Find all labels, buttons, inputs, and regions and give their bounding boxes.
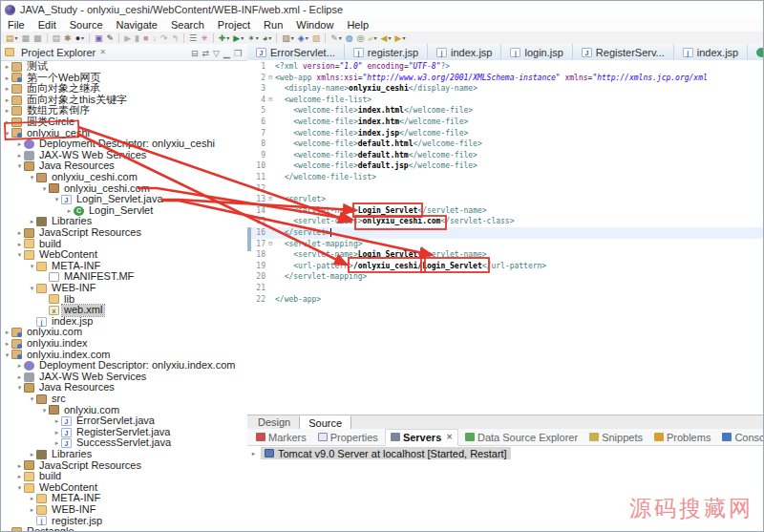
code-line-19[interactable]: 19 <url-pattern>/onlyxiu_ceshi/Login_Ser… xyxy=(247,261,763,272)
menu-edit[interactable]: Edit xyxy=(32,18,63,32)
expand-arrow-icon[interactable]: ▸ xyxy=(15,471,24,482)
tree-item-login-servlet[interactable]: ▸CLogin_Servlet xyxy=(1,205,247,217)
collapse-arrow-icon[interactable]: ▾ xyxy=(15,160,24,172)
tree-item-jax-ws-web-services[interactable]: ▸JAX-WS Web Services xyxy=(1,372,247,383)
open-resource-button[interactable]: ▧ xyxy=(311,32,322,44)
expand-arrow-icon[interactable]: ▸ xyxy=(53,427,61,438)
step-return-button[interactable]: ↰ xyxy=(171,32,180,44)
save-all-button[interactable]: ▩ xyxy=(32,32,43,44)
code-line-6[interactable]: 6 <welcome-file>index.htm</welcome-file> xyxy=(247,117,763,128)
tree-item-manifest-mf[interactable]: MANIFEST.MF xyxy=(1,271,247,283)
run-button[interactable]: ▶▾ xyxy=(232,32,244,44)
collapse-arrow-icon[interactable]: ▾ xyxy=(3,128,11,139)
code-line-18[interactable]: 18 <servlet-name>Login_Servlet</servlet-… xyxy=(247,249,763,261)
fold-collapse-icon[interactable]: ⊟ xyxy=(265,239,275,250)
panel-tab-snippets[interactable]: Snippets xyxy=(584,430,647,445)
open-type-button[interactable]: ◈▾ xyxy=(297,32,309,44)
panel-tab-console[interactable]: Console xyxy=(717,430,764,445)
tree-item-web-inf[interactable]: ▸WEB-INF xyxy=(1,504,247,516)
server-selection[interactable]: Tomcat v9.0 Server at localhost [Started… xyxy=(261,447,511,459)
expand-arrow-icon[interactable]: ▸ xyxy=(28,449,36,460)
editor-tab-insert-title[interactable]: Insert title... xyxy=(748,44,763,60)
collapse-arrow-icon[interactable]: ▾ xyxy=(3,350,11,361)
panel-tab-markers[interactable]: Markers xyxy=(251,430,311,445)
code-line-14[interactable]: 14 <servlet-name>Login_Servlet</servlet-… xyxy=(247,205,763,217)
tree-item-webcontent[interactable]: ▾WebContent xyxy=(1,482,247,494)
code-line-16[interactable]: 16 </servlet> xyxy=(247,227,763,239)
code-line-13[interactable]: 13⊟ <servlet> xyxy=(247,194,763,205)
user-profile-button[interactable]: ●▾ xyxy=(74,32,85,44)
open-console-button[interactable]: ▣ xyxy=(94,32,104,44)
annotate-button[interactable]: ✎▾ xyxy=(329,32,343,44)
menu-navigate[interactable]: Navigate xyxy=(110,18,164,32)
fold-collapse-icon[interactable]: ⊟ xyxy=(265,73,275,84)
editor-tab-index-jsp[interactable]: jindex.jsp xyxy=(674,44,748,60)
code-line-10[interactable]: 10 <welcome-file>default.jsp</welcome-fi… xyxy=(247,160,763,172)
maximize-icon[interactable]: ❒ xyxy=(232,49,244,58)
expand-arrow-icon[interactable]: ▸ xyxy=(15,372,24,383)
view-menu-icon[interactable]: ▽ xyxy=(211,49,222,58)
code-line-21[interactable]: 21 xyxy=(247,283,763,294)
collapse-arrow-icon[interactable]: ▾ xyxy=(15,482,24,494)
tree-item-build[interactable]: ▸build xyxy=(1,471,247,482)
menu-source[interactable]: Source xyxy=(63,18,110,32)
expand-arrow-icon[interactable]: ▸ xyxy=(3,73,11,84)
tree-item-successservlet-java[interactable]: ▸JSuccessServlet.java xyxy=(1,437,247,449)
tree-item-src[interactable]: ▾src xyxy=(1,394,247,405)
expand-arrow-icon[interactable]: ▸ xyxy=(3,338,11,350)
code-line-7[interactable]: 7 <welcome-file>index.jsp</welcome-file> xyxy=(247,128,763,139)
server-row[interactable]: ▸ Tomcat v9.0 Server at localhost [Start… xyxy=(249,447,511,459)
fold-collapse-icon[interactable]: ⊟ xyxy=(265,95,275,106)
collapse-arrow-icon[interactable]: ▾ xyxy=(28,394,36,405)
editor-tab-register-jsp[interactable]: jregister.jsp xyxy=(345,44,428,60)
collapse-arrow-icon[interactable]: ▾ xyxy=(40,405,49,416)
save-button[interactable]: ▦ xyxy=(21,32,32,44)
editor-tab-registerserv[interactable]: JRegisterServ... xyxy=(573,44,674,60)
expand-arrow-icon[interactable]: ▸ xyxy=(28,504,36,516)
expand-arrow-icon[interactable]: ▸ xyxy=(28,493,36,504)
expand-arrow-icon[interactable]: ▸ xyxy=(15,460,24,472)
code-line-3[interactable]: 3 <display-name>onlyxiu_ceshi</display-n… xyxy=(247,83,763,95)
code-line-8[interactable]: 8 <welcome-file>default.html</welcome-fi… xyxy=(247,138,763,150)
tree-item-rectangle[interactable]: ▸Rectangle xyxy=(1,526,247,531)
print-button[interactable]: ▤ xyxy=(52,32,62,44)
expand-arrow-icon[interactable]: ▸ xyxy=(53,415,61,427)
debug-button[interactable]: ✶▾ xyxy=(246,32,260,44)
expand-arrow-icon[interactable]: ▸ xyxy=(3,327,11,338)
new-java-project-button[interactable]: ▨▾ xyxy=(281,32,295,44)
expand-arrow-icon[interactable]: ▸ xyxy=(3,105,11,117)
expand-arrow-icon[interactable]: ▸ xyxy=(3,95,11,106)
fold-collapse-icon[interactable]: ⊟ xyxy=(265,194,275,205)
collapse-arrow-icon[interactable]: ▾ xyxy=(28,172,36,183)
coverage-button[interactable]: ✚▾ xyxy=(218,32,231,44)
code-line-17[interactable]: 17⊟ <servlet-mapping> xyxy=(247,239,763,250)
collapse-arrow-icon[interactable]: ▾ xyxy=(15,382,24,394)
select-tool-button[interactable]: ✎ xyxy=(106,32,116,44)
code-line-1[interactable]: 1<?xml version="1.0" encoding="UTF-8"?> xyxy=(247,61,763,73)
collapse-arrow-icon[interactable]: ▾ xyxy=(28,283,36,294)
editor-tab-login-jsp[interactable]: jlogin.jsp xyxy=(501,44,572,60)
back-button[interactable]: ◀▾ xyxy=(380,32,393,44)
close-view-icon[interactable]: ✕ xyxy=(99,48,106,56)
menu-help[interactable]: Help xyxy=(340,18,375,32)
menu-window[interactable]: Window xyxy=(289,18,340,32)
tree-item-圆类circle[interactable]: ▸圆类Circle xyxy=(1,117,247,128)
step-into-button[interactable]: ↓ xyxy=(151,32,158,44)
menu-search[interactable]: Search xyxy=(164,18,211,32)
tree-item-onlyxiu-index[interactable]: ▸onlyxiu.index xyxy=(1,338,247,350)
tree-item-web-xml[interactable]: xweb.xml xyxy=(1,305,247,316)
code-line-2[interactable]: 2⊟<web-app xmlns:xsi="http://www.w3.org/… xyxy=(247,73,763,84)
expand-arrow-icon[interactable]: ▸ xyxy=(15,138,24,150)
tree-item-onlyxiu-ceshi-com[interactable]: ▾onlyxiu_ceshi.com xyxy=(1,172,247,183)
profile-button[interactable]: ◕▾ xyxy=(262,32,272,44)
expand-arrow-icon[interactable]: ▸ xyxy=(15,150,24,161)
xml-editor[interactable]: 1<?xml version="1.0" encoding="UTF-8"?>2… xyxy=(247,60,763,415)
tree-item-javascript-resources[interactable]: ▸JavaScript Resources xyxy=(1,227,247,239)
expand-arrow-icon[interactable]: ▸ xyxy=(3,117,11,128)
build-all-button[interactable]: ✱ xyxy=(63,32,73,44)
menu-file[interactable]: File xyxy=(1,18,32,32)
panel-tab-data-source-explorer[interactable]: Data Source Explorer xyxy=(460,430,583,445)
expand-arrow-icon[interactable]: ▸ xyxy=(3,61,11,73)
menu-project[interactable]: Project xyxy=(211,18,257,32)
code-line-15[interactable]: 15 <servlet-class>onlyxiu_ceshi.com</ser… xyxy=(247,216,763,227)
